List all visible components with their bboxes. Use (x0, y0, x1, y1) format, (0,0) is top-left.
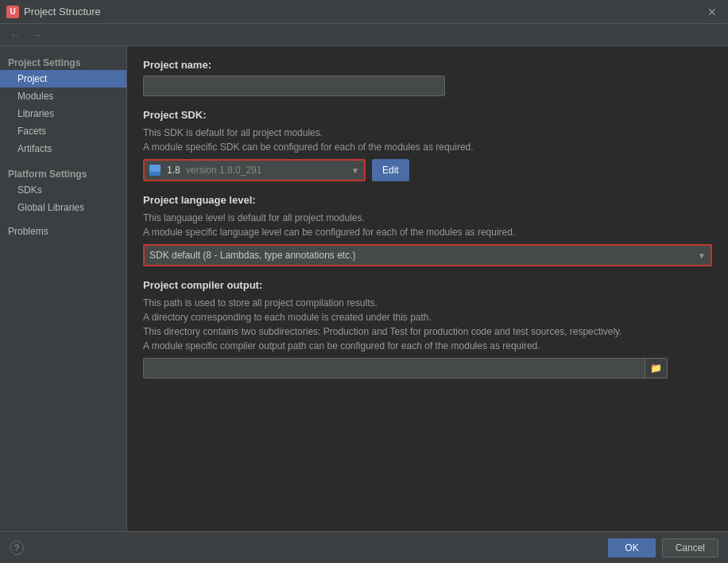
platform-settings-section-label: Platform Settings (0, 164, 126, 181)
compiler-output-desc: This path is used to store all project c… (143, 296, 712, 353)
nav-bar: ← → (0, 24, 728, 46)
help-button[interactable]: ? (10, 541, 24, 555)
sidebar-item-sdks[interactable]: SDKs (0, 181, 126, 199)
project-name-section: Project name: (143, 59, 712, 96)
language-level-value: SDK default (8 - Lambdas, type annotatio… (149, 250, 355, 261)
project-settings-section-label: Project Settings (0, 52, 126, 70)
forward-button[interactable]: → (29, 27, 46, 43)
cancel-button[interactable]: Cancel (662, 538, 718, 557)
close-button[interactable]: ✕ (704, 4, 720, 20)
sidebar-item-project[interactable]: Project (0, 70, 126, 87)
sidebar: Project Settings Project Modules Librari… (0, 46, 127, 531)
sdk-dropdown[interactable]: 1.8 version 1.8.0_291 ▼ (143, 159, 366, 181)
sidebar-item-global-libraries[interactable]: Global Libraries (0, 199, 126, 216)
compiler-output-input-row: 📁 (143, 358, 668, 379)
language-level-section: Project language level: This language le… (143, 194, 712, 266)
sdk-version-label: 1.8 version 1.8.0_291 (167, 165, 261, 176)
bottom-bar: ? OK Cancel (0, 531, 728, 563)
content-area: Project name: Project SDK: This SDK is d… (127, 46, 728, 531)
language-level-desc: This language level is default for all p… (143, 211, 712, 239)
sidebar-item-facets[interactable]: Facets (0, 122, 126, 140)
language-dropdown-arrow: ▼ (698, 251, 706, 260)
compiler-output-path-input[interactable] (144, 363, 645, 374)
back-button[interactable]: ← (6, 27, 24, 43)
compiler-browse-button[interactable]: 📁 (645, 359, 667, 378)
edit-sdk-button[interactable]: Edit (372, 159, 409, 181)
language-level-dropdown[interactable]: SDK default (8 - Lambdas, type annotatio… (143, 244, 712, 266)
project-sdk-section: Project SDK: This SDK is default for all… (143, 109, 712, 181)
sdk-dropdown-arrow: ▼ (351, 166, 359, 175)
sidebar-item-artifacts[interactable]: Artifacts (0, 140, 126, 157)
language-level-label: Project language level: (143, 194, 712, 206)
project-sdk-desc1: This SDK is default for all project modu… (143, 126, 712, 154)
sdk-folder-icon (149, 165, 161, 176)
window-title: Project Structure (24, 6, 101, 17)
sidebar-item-libraries[interactable]: Libraries (0, 105, 126, 122)
titlebar: U Project Structure ✕ (0, 0, 728, 24)
sdk-row: 1.8 version 1.8.0_291 ▼ Edit (143, 159, 712, 181)
sidebar-item-problems[interactable]: Problems (0, 223, 126, 240)
ok-button[interactable]: OK (608, 538, 655, 557)
sidebar-item-modules[interactable]: Modules (0, 87, 126, 105)
project-sdk-label: Project SDK: (143, 109, 712, 121)
project-name-label: Project name: (143, 59, 712, 71)
app-icon: U (6, 6, 19, 18)
project-name-input[interactable] (143, 76, 445, 96)
main-layout: Project Settings Project Modules Librari… (0, 46, 728, 531)
compiler-output-label: Project compiler output: (143, 279, 712, 291)
compiler-output-section: Project compiler output: This path is us… (143, 279, 712, 379)
browse-folder-icon: 📁 (650, 363, 662, 374)
